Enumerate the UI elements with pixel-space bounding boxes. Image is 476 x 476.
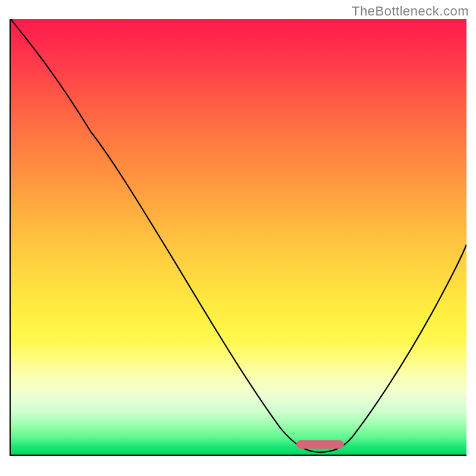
bottleneck-curve <box>11 19 466 452</box>
curve-layer <box>11 19 466 455</box>
chart-plot-area <box>10 19 466 456</box>
optimal-range-marker <box>296 440 344 449</box>
watermark-text: TheBottleneck.com <box>352 4 469 19</box>
